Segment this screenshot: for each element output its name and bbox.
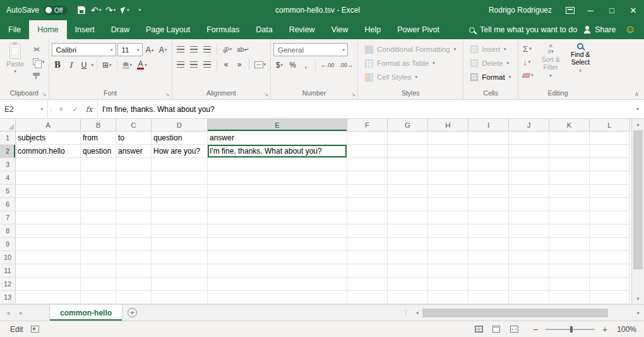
cell-E2[interactable]: I'm fine, thanks. What about you? — [208, 145, 347, 158]
cell-E1[interactable]: answer — [208, 132, 347, 145]
middle-align-button[interactable] — [188, 43, 200, 56]
increase-decimal-button[interactable]: ←.00 — [319, 59, 337, 71]
scroll-up-icon[interactable]: ▴ — [632, 119, 644, 130]
clear-button[interactable]: ▾ — [520, 69, 536, 82]
cell-D12[interactable] — [152, 278, 208, 291]
cell-F4[interactable] — [347, 171, 388, 185]
cell-A6[interactable] — [16, 198, 81, 211]
scroll-down-icon[interactable]: ▾ — [632, 293, 644, 304]
cell-E4[interactable] — [208, 171, 347, 185]
column-header-E[interactable]: E — [208, 119, 347, 132]
font-size-select[interactable]: 11▾ — [117, 43, 143, 56]
top-align-button[interactable] — [175, 43, 187, 56]
comma-style-button[interactable]: , — [300, 59, 312, 71]
cell-J11[interactable] — [509, 264, 549, 278]
increase-indent-button[interactable]: » — [234, 58, 246, 71]
cell-K13[interactable] — [549, 291, 590, 304]
cell-G7[interactable] — [388, 211, 428, 224]
row-header-12[interactable]: 12 — [0, 278, 16, 291]
fill-button[interactable]: ↓▾ — [520, 56, 536, 68]
bold-button[interactable]: B — [52, 59, 64, 71]
share-button[interactable]: Share — [577, 20, 622, 39]
cell-J13[interactable] — [509, 291, 549, 304]
cell-B9[interactable] — [81, 238, 116, 251]
insert-function-button[interactable]: fx — [82, 100, 96, 118]
cell-A10[interactable] — [16, 251, 81, 264]
cell-D9[interactable] — [152, 238, 208, 251]
horizontal-scroll-thumb[interactable] — [422, 309, 608, 317]
cell-F7[interactable] — [347, 211, 388, 224]
cell-G8[interactable] — [388, 224, 428, 238]
cell-B10[interactable] — [81, 251, 116, 264]
cell-J1[interactable] — [509, 132, 549, 145]
cell-C2[interactable]: answer — [116, 145, 152, 158]
cell-L4[interactable] — [590, 171, 630, 185]
italic-button[interactable]: I — [65, 59, 77, 71]
row-header-4[interactable]: 4 — [0, 171, 16, 185]
cell-I10[interactable] — [468, 251, 509, 264]
horizontal-scroll-track[interactable] — [422, 305, 633, 321]
customize-qat-button[interactable]: ▾ — [133, 3, 146, 18]
cell-B11[interactable] — [81, 264, 116, 278]
merge-center-button[interactable]: ▾ — [253, 58, 268, 71]
cell-B7[interactable] — [81, 211, 116, 224]
close-button[interactable]: ✕ — [623, 0, 644, 20]
cell-K9[interactable] — [549, 238, 590, 251]
column-header-D[interactable]: D — [152, 119, 208, 132]
cell-E10[interactable] — [208, 251, 347, 264]
cell-E5[interactable] — [208, 185, 347, 198]
column-header-G[interactable]: G — [388, 119, 428, 132]
cell-F5[interactable] — [347, 185, 388, 198]
cell-H11[interactable] — [428, 264, 468, 278]
cell-E8[interactable] — [208, 224, 347, 238]
clipboard-dialog-launcher[interactable]: ↘ — [42, 92, 47, 97]
cell-F12[interactable] — [347, 278, 388, 291]
vertical-scrollbar[interactable]: ▴ ▾ — [631, 119, 644, 304]
cell-B13[interactable] — [81, 291, 116, 304]
macro-record-button[interactable] — [31, 326, 39, 333]
borders-button[interactable]: ⊞▾ — [100, 59, 114, 71]
sort-filter-button[interactable]: AZ▾ Sort & Filter ▾ — [536, 41, 566, 80]
cell-J3[interactable] — [509, 158, 549, 171]
cell-I13[interactable] — [468, 291, 509, 304]
touch-mouse-mode-button[interactable]: ▾ — [118, 3, 132, 18]
cell-G12[interactable] — [388, 278, 428, 291]
row-header-13[interactable]: 13 — [0, 291, 16, 304]
menu-tab-review[interactable]: Review — [281, 20, 323, 39]
menu-tab-file[interactable]: File — [0, 20, 29, 39]
cell-J7[interactable] — [509, 211, 549, 224]
cell-B4[interactable] — [81, 171, 116, 185]
cell-B12[interactable] — [81, 278, 116, 291]
cell-G10[interactable] — [388, 251, 428, 264]
cell-A13[interactable] — [16, 291, 81, 304]
accounting-format-button[interactable]: $▾ — [273, 59, 285, 71]
cell-L12[interactable] — [590, 278, 630, 291]
cell-styles-button[interactable]: Cell Styles ▾ — [361, 70, 460, 84]
bottom-align-button[interactable] — [201, 43, 213, 56]
name-box[interactable]: E2 ▾ — [0, 100, 48, 118]
cell-A3[interactable] — [16, 158, 81, 171]
cell-I1[interactable] — [468, 132, 509, 145]
formula-bar-handle[interactable]: ⋮ — [48, 100, 54, 118]
align-left-button[interactable] — [175, 58, 187, 71]
cell-H8[interactable] — [428, 224, 468, 238]
tab-scroll-divider[interactable]: ⋮ — [400, 305, 412, 321]
cell-D8[interactable] — [152, 224, 208, 238]
cell-K8[interactable] — [549, 224, 590, 238]
scroll-left-icon[interactable]: ◂ — [412, 310, 422, 316]
cell-I6[interactable] — [468, 198, 509, 211]
cell-I5[interactable] — [468, 185, 509, 198]
cell-I12[interactable] — [468, 278, 509, 291]
sheet-tab-common-hello[interactable]: common-hello — [49, 305, 122, 321]
cell-B2[interactable]: question — [81, 145, 116, 158]
decrease-font-size-button[interactable]: A▾ — [157, 44, 169, 56]
cell-D4[interactable] — [152, 171, 208, 185]
cell-H4[interactable] — [428, 171, 468, 185]
row-header-1[interactable]: 1 — [0, 132, 16, 145]
cell-C10[interactable] — [116, 251, 152, 264]
cell-K4[interactable] — [549, 171, 590, 185]
cell-D1[interactable]: question — [152, 132, 208, 145]
cell-B6[interactable] — [81, 198, 116, 211]
find-select-button[interactable]: Find & Select ▾ — [566, 41, 595, 75]
cell-L1[interactable] — [590, 132, 630, 145]
